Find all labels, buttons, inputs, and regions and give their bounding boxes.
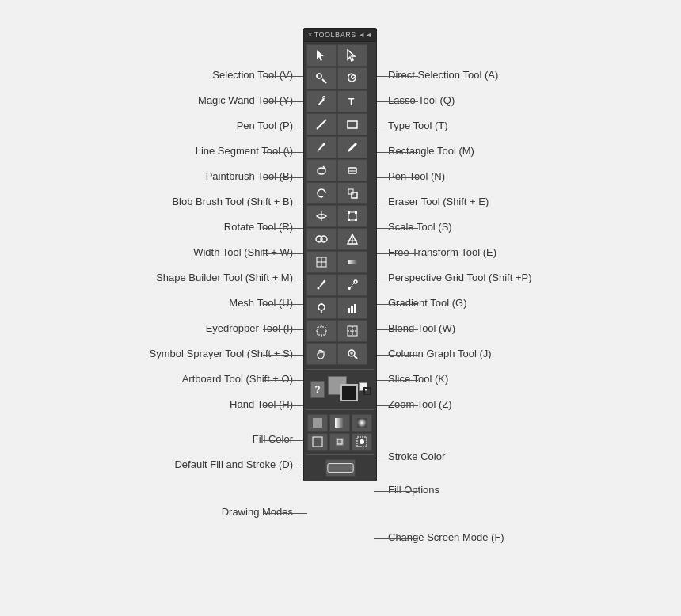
width-tool-label: Width Tool (Shift + W)	[193, 246, 293, 258]
line-line-left	[263, 152, 307, 153]
column-graph-tool-label: Column Graph Tool (J)	[388, 348, 492, 359]
blend-tool-btn[interactable]	[337, 274, 367, 296]
svg-point-8	[323, 97, 325, 99]
paintbrush-tool-btn[interactable]	[306, 136, 337, 158]
draw-behind-btn[interactable]	[329, 433, 350, 451]
svg-rect-43	[351, 306, 353, 313]
rotate-tool-btn[interactable]	[306, 182, 337, 204]
svg-point-39	[323, 305, 325, 306]
rectangle-tool-label: Rectangle Tool (M)	[388, 145, 474, 157]
svg-point-25	[321, 236, 327, 242]
line-fill-opt-right	[374, 491, 418, 492]
line-default-left	[263, 466, 307, 466]
selection-tool-label: Selection Tool (V)	[212, 69, 293, 81]
line-selection-left	[263, 76, 307, 77]
radial-gradient-btn[interactable]	[352, 414, 372, 432]
linear-gradient-btn[interactable]	[329, 414, 350, 432]
eyedropper-tool-label: Eyedropper Tool (I)	[206, 322, 293, 334]
tool-row-14	[306, 343, 374, 365]
svg-rect-20	[348, 211, 350, 214]
screen-mode-section	[304, 457, 376, 481]
line-paintbrush-left	[263, 177, 307, 178]
svg-point-33	[318, 287, 320, 290]
type-tool-btn[interactable]: T	[337, 90, 367, 112]
tool-row-6	[306, 159, 374, 181]
perspective-grid-tool-label: Perspective Grid Tool (Shift +P)	[388, 272, 531, 283]
tool-row-7	[306, 182, 374, 204]
tool-row-5	[306, 136, 374, 158]
svg-rect-32	[348, 260, 357, 264]
blob-brush-tool-btn[interactable]	[306, 159, 337, 181]
scale-tool-btn[interactable]	[337, 182, 367, 204]
zoom-tool-btn[interactable]	[337, 343, 367, 365]
line-blob-left	[263, 203, 307, 203]
close-icon[interactable]: ×	[308, 31, 312, 39]
tool-row-2	[306, 67, 374, 89]
pen-tool-n-label: Pen Tool (N)	[388, 170, 445, 182]
svg-rect-42	[348, 308, 350, 313]
symbol-sprayer-tool-label: Symbol Sprayer Tool (Shift + S)	[150, 348, 293, 359]
color-fill-btn[interactable]	[307, 414, 328, 432]
rotate-tool-label: Rotate Tool (R)	[224, 221, 293, 233]
question-mark-btn[interactable]: ?	[310, 381, 325, 398]
eyedropper-tool-btn[interactable]	[306, 274, 337, 296]
magic-wand-tool-btn[interactable]	[306, 67, 337, 89]
tool-row-10	[306, 251, 374, 273]
normal-draw-btn[interactable]	[307, 433, 328, 451]
svg-point-3	[317, 74, 321, 78]
pen-tool-label: Pen Tool (P)	[237, 120, 293, 131]
color-section: ?	[304, 371, 376, 408]
shape-builder-tool-btn[interactable]	[306, 228, 337, 250]
separator-1	[306, 369, 374, 370]
artboard-tool-btn[interactable]	[306, 320, 337, 342]
line-slice-right	[374, 380, 418, 381]
toolbar-title-bar: × TOOLBARS ◄◄	[304, 29, 376, 42]
tool-row-11	[306, 274, 374, 296]
perspective-grid-tool-btn[interactable]	[337, 228, 367, 250]
line-symbol-left	[263, 355, 307, 356]
slice-tool-btn[interactable]	[337, 320, 367, 342]
line-free-right	[374, 253, 418, 254]
pencil-tool-btn[interactable]	[337, 136, 367, 158]
line-magic-left	[263, 101, 307, 102]
svg-line-2	[322, 79, 326, 83]
line-persp-right	[374, 279, 418, 279]
svg-point-64	[360, 439, 364, 444]
line-segment-tool-label: Line Segment Tool (\)	[196, 145, 293, 157]
svg-rect-21	[355, 211, 357, 214]
line-segment-tool-btn[interactable]	[306, 113, 337, 135]
line-pen-n-right	[374, 177, 418, 178]
default-fill-stroke-btn[interactable]	[359, 382, 370, 397]
lasso-tool-btn[interactable]	[337, 67, 367, 89]
free-transform-tool-btn[interactable]	[337, 205, 367, 227]
fill-options-row	[307, 414, 373, 432]
magic-wand-tool-label: Magic Wand Tool (Y)	[198, 94, 293, 106]
symbol-sprayer-tool-btn[interactable]	[306, 297, 337, 319]
toolbar-panel: × TOOLBARS ◄◄	[303, 28, 377, 481]
rectangle-tool-btn[interactable]	[337, 113, 367, 135]
slice-tool-label: Slice Tool (K)	[388, 373, 448, 385]
change-screen-mode-btn[interactable]	[325, 459, 356, 477]
mesh-tool-btn[interactable]	[306, 251, 337, 273]
stroke-swatch[interactable]	[340, 384, 358, 401]
selection-tool-btn[interactable]	[306, 44, 337, 67]
draw-inside-btn[interactable]	[352, 433, 372, 451]
line-shape-left	[263, 279, 307, 279]
gradient-tool-btn[interactable]	[337, 251, 367, 273]
drawing-modes-label: Drawing Modes	[222, 506, 293, 518]
hand-tool-btn[interactable]	[306, 343, 337, 365]
eraser-tool-btn[interactable]	[337, 159, 367, 181]
collapse-icon[interactable]: ◄◄	[358, 31, 372, 39]
svg-marker-0	[317, 50, 324, 61]
blend-tool-label: Blend Tool (W)	[388, 322, 455, 334]
line-mesh-left	[263, 304, 307, 305]
column-graph-tool-btn[interactable]	[337, 297, 367, 319]
svg-point-38	[318, 305, 320, 306]
eraser-tool-label: Eraser Tool (Shift + E)	[388, 196, 489, 207]
tool-row-4	[306, 113, 374, 135]
mesh-tool-label: Mesh Tool (U)	[229, 297, 293, 309]
direct-selection-tool-btn[interactable]	[337, 44, 367, 67]
pen-tool-btn[interactable]	[306, 90, 337, 112]
width-tool-btn[interactable]	[306, 205, 337, 227]
change-screen-mode-label: Change Screen Mode (F)	[388, 531, 504, 543]
